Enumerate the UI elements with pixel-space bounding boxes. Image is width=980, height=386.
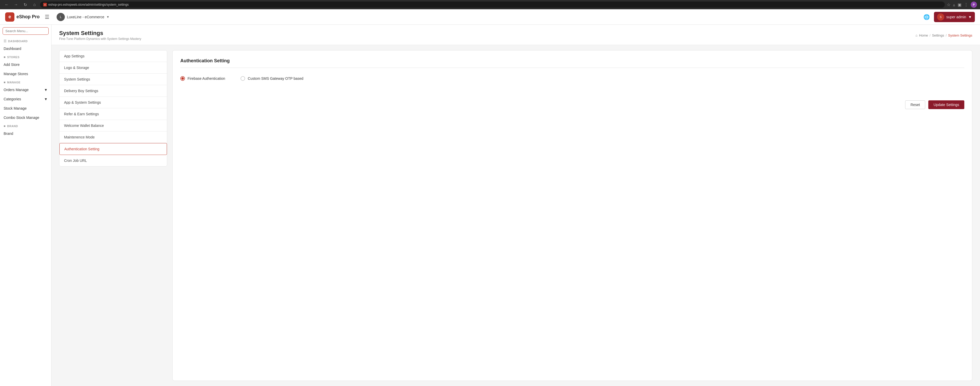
store-selector-chevron-icon: ▼ bbox=[107, 15, 110, 19]
brand-section-icon: ■ bbox=[3, 124, 6, 128]
top-navbar: e eShop Pro ☰ L LuxeLine - eCommerce ▼ 🌐… bbox=[0, 9, 980, 25]
search-wrap bbox=[0, 25, 51, 37]
settings-menu-item-maintenance[interactable]: Maintenence Mode bbox=[59, 131, 167, 143]
app-wrapper: e eShop Pro ☰ L LuxeLine - eCommerce ▼ 🌐… bbox=[0, 9, 980, 386]
update-settings-button[interactable]: Update Settings bbox=[928, 100, 964, 109]
breadcrumb-settings[interactable]: Settings bbox=[932, 33, 944, 37]
sidebar-item-combo-stock-manage[interactable]: Combo Stock Manage bbox=[0, 113, 51, 122]
home-icon: ⌂ bbox=[915, 33, 918, 37]
settings-menu-item-app-system[interactable]: App & System Settings bbox=[59, 97, 167, 108]
browser-chrome: ← → ↻ ⌂ e eshop-pro.eshopweb.store/admin… bbox=[0, 0, 980, 9]
menu-icon[interactable]: ⋮ bbox=[964, 2, 968, 7]
browser-profile-icon[interactable]: P bbox=[971, 2, 977, 8]
settings-menu-item-welcome-wallet[interactable]: Welcome Wallet Balance bbox=[59, 120, 167, 131]
auth-options: Firebase Authentication Custom SMS Gatew… bbox=[180, 72, 964, 85]
settings-panel: Authentication Setting Firebase Authenti… bbox=[172, 50, 972, 381]
page-content: System Settings Fine-Tune Platform Dynam… bbox=[51, 25, 980, 386]
address-bar[interactable]: e eshop-pro.eshopweb.store/admin/setting… bbox=[40, 2, 945, 8]
dashboard-section-icon: ☷ bbox=[3, 39, 7, 43]
stores-section-icon: ■ bbox=[3, 55, 6, 59]
hamburger-button[interactable]: ☰ bbox=[44, 13, 51, 21]
reset-button[interactable]: Reset bbox=[905, 100, 926, 109]
cast-icon[interactable]: ▵ bbox=[953, 2, 955, 7]
user-menu-button[interactable]: S super admin ▼ bbox=[934, 12, 975, 22]
breadcrumb-current: System Settings bbox=[948, 33, 972, 37]
page-title: System Settings bbox=[59, 30, 141, 37]
sidebar-item-dashboard[interactable]: Dashboard bbox=[0, 44, 51, 53]
extensions-icon[interactable]: ▣ bbox=[958, 2, 961, 7]
sidebar-item-brand[interactable]: Brand bbox=[0, 129, 51, 138]
sidebar-section-stores: ■ STORES bbox=[0, 53, 51, 60]
sidebar-item-categories[interactable]: Categories ▼ bbox=[0, 94, 51, 104]
browser-back-button[interactable]: ← bbox=[3, 1, 10, 8]
radio-sms-label: Custom SMS Gateway OTP based bbox=[248, 77, 303, 81]
page-title-area: System Settings Fine-Tune Platform Dynam… bbox=[59, 30, 141, 41]
settings-menu-item-delivery-boy[interactable]: Delivery Boy Settings bbox=[59, 85, 167, 97]
radio-firebase-circle bbox=[180, 76, 185, 81]
settings-menu-item-system-settings[interactable]: System Settings bbox=[59, 73, 167, 85]
settings-menu-item-app-settings[interactable]: App Settings bbox=[59, 50, 167, 62]
browser-right-controls: ☆ ▵ ▣ ⋮ P bbox=[947, 2, 977, 8]
favicon-icon: e bbox=[43, 3, 47, 6]
browser-reload-button[interactable]: ↻ bbox=[22, 1, 29, 8]
main-layout: ☷ DASHBOARD Dashboard ■ STORES Add Store… bbox=[0, 25, 980, 386]
logo-icon: e bbox=[5, 12, 14, 22]
radio-sms-circle bbox=[240, 76, 245, 81]
store-selector[interactable]: L LuxeLine - eCommerce ▼ bbox=[54, 12, 111, 22]
star-icon[interactable]: ☆ bbox=[947, 2, 950, 7]
sidebar-item-stock-manage[interactable]: Stock Manage bbox=[0, 104, 51, 113]
breadcrumb-sep-2: / bbox=[945, 33, 947, 37]
manage-section-icon: ■ bbox=[3, 81, 6, 84]
user-avatar: S bbox=[937, 13, 944, 21]
url-text: eshop-pro.eshopweb.store/admin/settings/… bbox=[48, 3, 129, 6]
panel-actions: Reset Update Settings bbox=[180, 95, 964, 109]
search-input[interactable] bbox=[3, 27, 49, 35]
categories-chevron-icon: ▼ bbox=[44, 97, 48, 101]
top-nav-right: 🌐 S super admin ▼ bbox=[923, 12, 975, 22]
sidebar-section-manage: ■ MANAGE bbox=[0, 78, 51, 85]
page-header: System Settings Fine-Tune Platform Dynam… bbox=[51, 25, 980, 45]
browser-home-button[interactable]: ⌂ bbox=[31, 1, 38, 8]
logo-text: eShop Pro bbox=[16, 14, 40, 19]
sidebar-section-brand: ■ BRAND bbox=[0, 122, 51, 129]
user-name-label: super admin bbox=[946, 15, 966, 19]
radio-firebase-label: Firebase Authentication bbox=[188, 77, 225, 81]
radio-firebase[interactable]: Firebase Authentication bbox=[180, 76, 225, 81]
globe-button[interactable]: 🌐 bbox=[923, 14, 930, 20]
settings-body: App Settings Logo & Storage System Setti… bbox=[51, 45, 980, 386]
sidebar-item-orders-manage[interactable]: Orders Manage ▼ bbox=[0, 85, 51, 94]
settings-menu-item-cron-job[interactable]: Cron Job URL bbox=[59, 155, 167, 166]
sidebar: ☷ DASHBOARD Dashboard ■ STORES Add Store… bbox=[0, 25, 51, 386]
settings-menu-item-auth[interactable]: Authentication Setting bbox=[59, 143, 167, 155]
breadcrumb: ⌂ Home / Settings / System Settings bbox=[915, 33, 972, 37]
sidebar-item-add-store[interactable]: Add Store bbox=[0, 60, 51, 69]
logo-area: e eShop Pro bbox=[5, 12, 40, 22]
top-nav-left: e eShop Pro ☰ L LuxeLine - eCommerce ▼ bbox=[5, 12, 111, 22]
user-menu-chevron-icon: ▼ bbox=[968, 15, 972, 19]
breadcrumb-home[interactable]: Home bbox=[919, 33, 928, 37]
orders-manage-chevron-icon: ▼ bbox=[44, 88, 48, 92]
radio-sms-gateway[interactable]: Custom SMS Gateway OTP based bbox=[240, 76, 303, 81]
settings-menu: App Settings Logo & Storage System Setti… bbox=[59, 50, 167, 166]
store-name: LuxeLine - eCommerce bbox=[67, 15, 105, 19]
browser-forward-button[interactable]: → bbox=[12, 1, 19, 8]
breadcrumb-sep-1: / bbox=[929, 33, 931, 37]
store-avatar: L bbox=[57, 13, 65, 21]
settings-menu-item-refer-earn[interactable]: Refer & Earn Settings bbox=[59, 108, 167, 120]
sidebar-item-manage-stores[interactable]: Manage Stores bbox=[0, 69, 51, 78]
auth-panel-title: Authentication Setting bbox=[180, 58, 964, 68]
settings-menu-item-logo-storage[interactable]: Logo & Storage bbox=[59, 62, 167, 73]
sidebar-section-dashboard: ☷ DASHBOARD bbox=[0, 37, 51, 44]
page-subtitle: Fine-Tune Platform Dynamics with System … bbox=[59, 37, 141, 41]
